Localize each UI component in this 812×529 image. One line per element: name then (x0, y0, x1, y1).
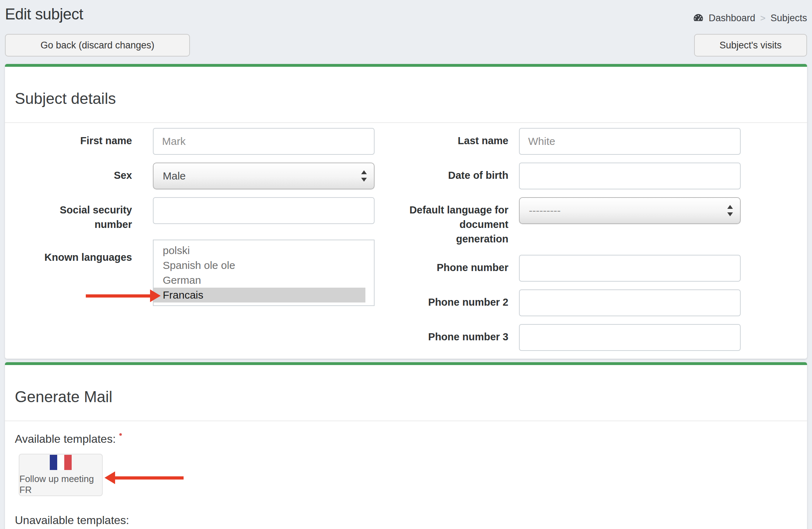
breadcrumb-dashboard[interactable]: Dashboard (709, 13, 755, 24)
form-group-phone-number: Phone number (406, 255, 797, 282)
form-column-right: Last name Date of birth Default language… (406, 128, 797, 359)
available-templates-label: Available templates: (15, 432, 797, 446)
sex-label: Sex (15, 163, 132, 189)
first-name-label: First name (15, 128, 132, 155)
form-group-phone-number-2: Phone number 2 (406, 289, 797, 316)
subjects-visits-button[interactable]: Subject's visits (694, 34, 807, 57)
generate-mail-heading-row: Generate Mail (5, 365, 807, 421)
page-title: Edit subject (5, 4, 83, 24)
form-group-date-of-birth: Date of birth (406, 163, 797, 189)
phone-number-input[interactable] (519, 255, 741, 282)
known-languages-listbox[interactable]: polski Spanish ole ole German Francais (153, 240, 375, 306)
phone-number-3-input[interactable] (519, 324, 741, 351)
option-polski[interactable]: polski (154, 243, 374, 258)
page: Edit subject Dashboard > Subjects Go bac… (0, 0, 812, 529)
sex-select-value: Male (163, 170, 186, 182)
option-spanish-ole-ole[interactable]: Spanish ole ole (154, 258, 374, 273)
form-group-ssn: Social security number (15, 197, 406, 232)
breadcrumb: Dashboard > Subjects (693, 13, 807, 24)
subject-details-form: First name Sex Male (5, 123, 807, 359)
date-of-birth-input[interactable] (519, 163, 741, 189)
form-group-default-language: Default language for document generation… (406, 197, 797, 246)
form-group-last-name: Last name (406, 128, 797, 155)
select-caret-icon (360, 170, 368, 182)
subject-details-panel: Subject details First name Sex Male (5, 64, 807, 359)
form-group-sex: Sex Male (15, 163, 406, 189)
option-francais[interactable]: Francais (154, 288, 365, 302)
go-back-button[interactable]: Go back (discard changes) (5, 34, 190, 57)
default-language-label: Default language for document generation (406, 197, 508, 246)
last-name-label: Last name (406, 128, 508, 155)
subject-details-heading-row: Subject details (5, 67, 807, 123)
template-name: Follow up meeting FR (19, 474, 102, 495)
phone-number-label: Phone number (406, 255, 508, 282)
ssn-input[interactable] (153, 197, 375, 224)
french-flag-icon (50, 455, 72, 470)
phone-number-3-label: Phone number 3 (406, 324, 508, 351)
select-caret-icon (727, 204, 734, 217)
form-group-phone-number-3: Phone number 3 (406, 324, 797, 351)
phone-number-2-input[interactable] (519, 289, 741, 316)
dashboard-icon (693, 13, 704, 23)
required-marker (119, 433, 122, 436)
ssn-label: Social security number (15, 197, 132, 232)
phone-number-2-label: Phone number 2 (406, 289, 508, 316)
actions-row: Go back (discard changes) Subject's visi… (5, 34, 807, 57)
option-german[interactable]: German (154, 273, 374, 288)
generate-mail-panel: Generate Mail Available templates: Follo… (5, 362, 807, 529)
form-group-known-languages: Known languages polski Spanish ole ole G… (15, 240, 406, 306)
generate-mail-heading: Generate Mail (15, 387, 797, 406)
first-name-input[interactable] (153, 128, 375, 155)
form-group-first-name: First name (15, 128, 406, 155)
breadcrumb-separator-icon: > (760, 13, 765, 24)
last-name-input[interactable] (519, 128, 741, 155)
date-of-birth-label: Date of birth (406, 163, 508, 189)
unavailable-templates-label: Unavailable templates: (15, 513, 797, 527)
default-language-select-value: --------- (529, 205, 561, 217)
known-languages-label: Known languages (15, 240, 132, 306)
page-header: Edit subject Dashboard > Subjects (5, 4, 807, 24)
breadcrumb-subjects[interactable]: Subjects (770, 13, 807, 24)
generate-mail-body: Available templates: Follow up meeting F… (5, 421, 807, 529)
template-follow-up-meeting-fr[interactable]: Follow up meeting FR (19, 454, 103, 496)
default-language-select[interactable]: --------- (519, 197, 741, 224)
subject-details-heading: Subject details (15, 89, 797, 108)
sex-select[interactable]: Male (153, 163, 375, 189)
form-column-left: First name Sex Male (15, 128, 406, 359)
